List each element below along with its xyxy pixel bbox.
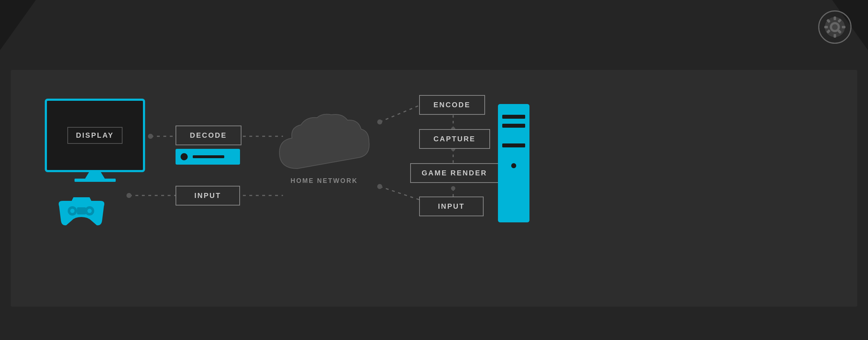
svg-line-12 — [380, 104, 423, 122]
pc-tower — [498, 104, 529, 222]
svg-line-14 — [380, 186, 423, 201]
svg-point-3 — [148, 134, 153, 139]
svg-rect-36 — [824, 26, 828, 28]
home-network-cloud: HOME NETWORK — [269, 111, 380, 185]
svg-point-33 — [832, 24, 838, 30]
svg-rect-34 — [834, 16, 836, 20]
input-right-label: INPUT — [438, 202, 465, 210]
tv-display: DISPLAY — [45, 99, 145, 182]
svg-point-23 — [451, 186, 455, 190]
input-left-box: INPUT — [176, 186, 240, 206]
svg-rect-37 — [842, 26, 845, 28]
svg-point-29 — [87, 209, 92, 213]
svg-point-15 — [377, 184, 382, 189]
decode-box: DECODE — [176, 126, 241, 145]
game-render-label: GAME RENDER — [422, 169, 487, 177]
decode-label: DECODE — [190, 131, 227, 139]
input-right-box: INPUT — [419, 197, 484, 216]
svg-rect-27 — [77, 207, 86, 214]
cloud-label: HOME NETWORK — [291, 177, 358, 184]
capture-label: CAPTURE — [433, 135, 476, 143]
encode-box: ENCODE — [419, 95, 485, 115]
game-controller — [54, 194, 109, 235]
game-render-box: GAME RENDER — [410, 163, 499, 183]
steam-logo — [818, 10, 852, 46]
encode-label: ENCODE — [433, 101, 471, 109]
svg-rect-35 — [834, 34, 836, 38]
display-label: DISPLAY — [76, 131, 114, 139]
capture-box: CAPTURE — [419, 129, 490, 149]
input-left-label: INPUT — [195, 192, 221, 199]
svg-point-28 — [70, 209, 75, 213]
svg-point-8 — [126, 193, 131, 198]
stream-device — [176, 149, 240, 165]
